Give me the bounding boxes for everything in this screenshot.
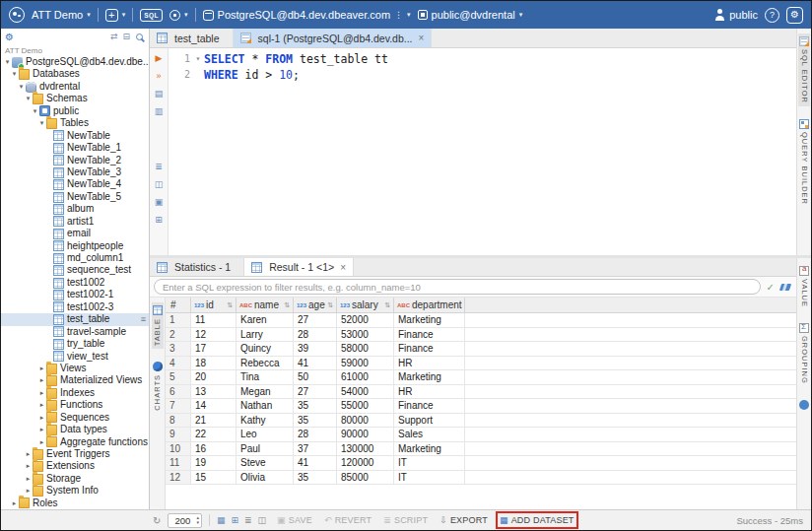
tree-item[interactable]: Materialized Views <box>1 374 149 386</box>
script-button[interactable]: ≣ SCRIPT <box>383 515 428 525</box>
fold-arrow-icon[interactable] <box>192 67 204 83</box>
expand-arrow-icon[interactable] <box>37 387 46 399</box>
Leo[interactable]: 9 22 Leo 28 90000 Sales <box>166 428 796 442</box>
cell-age[interactable]: 50 <box>294 370 337 384</box>
format-sql-icon[interactable]: ≣ <box>155 162 163 171</box>
expand-arrow-icon[interactable] <box>24 473 33 485</box>
cell-age[interactable]: 39 <box>294 342 337 356</box>
cell-name[interactable]: Steve <box>237 456 294 470</box>
schema-selector[interactable]: public@dvdrental ▾ <box>418 9 523 21</box>
collapse-all-icon[interactable]: ⊟ <box>122 33 130 41</box>
tree-item[interactable]: NewTable_2 <box>1 155 149 166</box>
cell-name[interactable]: Megan <box>237 385 294 399</box>
tree-item[interactable]: view_test <box>1 351 149 363</box>
tree-item[interactable]: Tables <box>1 117 149 129</box>
close-icon[interactable]: × <box>340 262 346 273</box>
cell-name[interactable]: Leo <box>237 428 294 441</box>
tree-item[interactable]: NewTable_4 <box>1 178 149 190</box>
tree-item[interactable]: heightpeople <box>1 240 149 252</box>
refresh-icon[interactable]: ↻ <box>153 515 161 526</box>
expand-arrow-icon[interactable] <box>10 68 19 80</box>
tree-item[interactable]: NewTable_5 <box>1 191 149 203</box>
cell-id[interactable]: 17 <box>191 342 237 356</box>
add-dataset-button[interactable]: ▦ ADD DATASET <box>500 515 575 525</box>
sort-icon[interactable]: ⇅ <box>327 301 333 309</box>
sql-editor-area[interactable]: 1▾SELECT * FROM test_table tt2WHERE id >… <box>169 48 796 255</box>
tree-item[interactable]: sequence_test <box>1 264 149 276</box>
Kathy[interactable]: 8 21 Kathy 35 80000 Support <box>166 414 796 429</box>
query-builder-tab[interactable]: QUERY BUILDER <box>798 116 810 208</box>
expand-arrow-icon[interactable] <box>37 117 46 129</box>
cell-department[interactable]: Support <box>394 414 465 428</box>
expand-arrow-icon[interactable] <box>3 56 12 68</box>
cell-name[interactable]: Tina <box>237 370 294 384</box>
cell-salary[interactable]: 59000 <box>337 357 394 370</box>
sort-icon[interactable]: ⇅ <box>464 301 465 309</box>
cell-id[interactable]: 16 <box>191 442 237 456</box>
commit-mode-button[interactable]: ▾ <box>169 10 188 21</box>
cell-department[interactable]: HR <box>394 385 465 399</box>
tree-item[interactable]: email <box>1 228 149 239</box>
tree-item-test-table[interactable]: test_table <box>1 313 149 325</box>
expand-arrow-icon[interactable] <box>24 448 33 460</box>
clear-filter-icon[interactable] <box>779 284 791 291</box>
tree-item[interactable]: travel-sample <box>1 326 149 338</box>
tree-item[interactable]: artist1 <box>1 216 149 228</box>
expand-arrow-icon[interactable] <box>24 485 33 497</box>
tab-sql-1[interactable]: sql-1 (PostgreSQL@db4.dev.db... × <box>234 29 433 47</box>
tree-item[interactable]: Event Triggers <box>1 448 149 460</box>
new-connection-button[interactable]: + ▾ <box>105 9 126 22</box>
execute-statement-icon[interactable]: ▶ <box>156 53 163 63</box>
statement-details-icon[interactable]: ▥ <box>155 106 164 116</box>
link-with-editor-icon[interactable]: ⇄ <box>110 33 118 41</box>
charts-view-tab[interactable]: CHARTS <box>152 359 164 414</box>
cell-salary[interactable]: 54000 <box>337 385 394 399</box>
expand-arrow-icon[interactable] <box>10 498 19 509</box>
cell-name[interactable]: Nathan <box>237 399 294 413</box>
tree-item[interactable]: Schemas <box>1 93 149 104</box>
dbeaver-logo-icon[interactable] <box>9 7 25 23</box>
cell-id[interactable]: 11 <box>191 313 237 327</box>
cell-salary[interactable]: 53000 <box>337 328 394 342</box>
expand-arrow-icon[interactable] <box>37 363 46 374</box>
tree-item[interactable]: test1002-3 <box>1 301 149 313</box>
cell-name[interactable]: Paul <box>237 442 294 456</box>
cell-salary[interactable]: 85000 <box>337 471 394 485</box>
cell-id[interactable]: 14 <box>191 399 237 413</box>
settings-button[interactable]: ⚙ <box>786 7 803 24</box>
cell-age[interactable]: 27 <box>294 313 337 327</box>
save-button[interactable]: ▣ SAVE <box>277 515 312 525</box>
tree-item[interactable]: NewTable_1 <box>1 142 149 154</box>
cell-age[interactable]: 35 <box>294 471 337 485</box>
cell-age[interactable]: 41 <box>294 456 337 470</box>
expand-arrow-icon[interactable] <box>37 436 46 448</box>
cell-department[interactable]: Finance <box>394 342 465 356</box>
tree-item[interactable]: Indexes <box>1 387 149 399</box>
cell-salary[interactable]: 55000 <box>337 399 394 413</box>
tab-statistics-1[interactable]: Statistics - 1 <box>150 258 244 276</box>
cell-department[interactable]: Finance <box>394 328 465 342</box>
Steve[interactable]: 11 19 Steve 41 120000 IT <box>166 456 796 471</box>
expand-arrow-icon[interactable] <box>17 81 26 93</box>
search-icon[interactable] <box>135 33 145 42</box>
code-line[interactable]: 1▾SELECT * FROM test_table tt <box>169 51 796 67</box>
cell-salary[interactable]: 120000 <box>337 456 394 470</box>
column-header[interactable]: 123 salary ⇅ <box>337 298 394 312</box>
open-file-icon[interactable]: ◫ <box>155 179 164 189</box>
expand-arrow-icon[interactable] <box>37 412 46 424</box>
tree-item[interactable]: dvdrental <box>1 81 149 93</box>
expand-arrow-icon[interactable] <box>37 399 46 411</box>
cell-age[interactable]: 41 <box>294 357 337 370</box>
explain-plan-icon[interactable]: ▤ <box>155 89 164 99</box>
tree-item[interactable]: NewTable <box>1 130 149 142</box>
value-panel-tab[interactable]: VALUE <box>798 263 810 310</box>
cell-id[interactable]: 20 <box>191 370 237 384</box>
sort-icon[interactable]: ⇅ <box>384 301 390 309</box>
Nathan[interactable]: 7 14 Nathan 35 55000 Finance <box>166 399 796 414</box>
tree-item[interactable]: Views <box>1 363 149 374</box>
tab-result-1[interactable]: Result - 1 <1> × <box>244 258 354 276</box>
tab-test-table[interactable]: test_table <box>150 29 234 47</box>
cell-age[interactable]: 28 <box>294 328 337 342</box>
tree-item[interactable]: md_column1 <box>1 252 149 264</box>
cell-name[interactable]: Karen <box>237 313 294 327</box>
